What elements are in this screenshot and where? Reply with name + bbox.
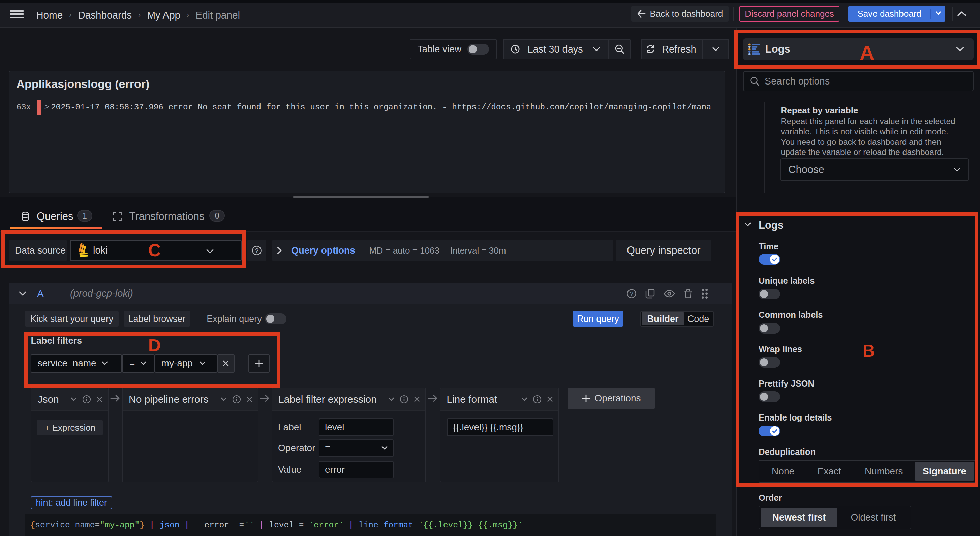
svg-text:?: ? xyxy=(630,290,633,297)
svg-text:?: ? xyxy=(255,247,259,254)
